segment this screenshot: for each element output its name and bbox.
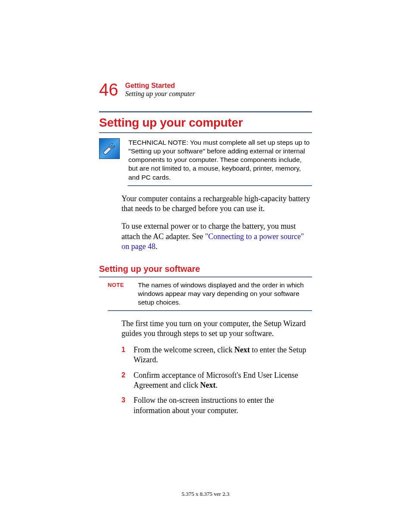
chapter-title: Getting Started: [125, 82, 195, 90]
header-titles: Getting Started Setting up your computer: [125, 82, 195, 98]
list-item: 2 Confirm acceptance of Microsoft's End …: [121, 370, 312, 391]
step-text-part: From the welcome screen, click: [134, 345, 234, 354]
technical-note: TECHNICAL NOTE: You must complete all se…: [99, 138, 312, 182]
step-text: Confirm acceptance of Microsoft's End Us…: [134, 370, 312, 391]
divider: [99, 277, 312, 277]
step-number: 3: [121, 395, 128, 416]
step-number: 2: [121, 370, 128, 391]
note-text: The names of windows displayed and the o…: [138, 281, 312, 307]
note-block: NOTE The names of windows displayed and …: [108, 281, 312, 311]
step-text-bold: Next: [200, 381, 215, 389]
page-footer: 5.375 x 8.375 ver 2.3: [0, 491, 411, 498]
steps-list: 1 From the welcome screen, click Next to…: [121, 345, 312, 416]
page-header: 46 Getting Started Setting up your compu…: [99, 82, 312, 98]
body-paragraph: Your computer contains a rechargeable hi…: [121, 194, 312, 214]
step-text-bold: Next: [234, 345, 250, 354]
body-paragraph: To use external power or to charge the b…: [121, 221, 312, 252]
wrench-icon: [99, 138, 120, 159]
step-text-part: .: [215, 381, 218, 389]
step-text: Follow the on-screen instructions to ent…: [134, 395, 312, 416]
step-text-part: Follow the on-screen instructions to ent…: [134, 396, 274, 414]
body-paragraph: The first time you turn on your computer…: [121, 319, 312, 339]
step-number: 1: [121, 345, 128, 365]
list-item: 1 From the welcome screen, click Next to…: [121, 345, 312, 365]
divider: [99, 111, 312, 112]
note-label: NOTE: [108, 282, 128, 288]
divider: [99, 132, 312, 134]
divider: [108, 310, 312, 311]
list-item: 3 Follow the on-screen instructions to e…: [121, 395, 312, 416]
step-text: From the welcome screen, click Next to e…: [134, 345, 312, 365]
divider: [128, 185, 312, 186]
heading-2: Setting up your software: [99, 264, 312, 274]
page-number: 46: [99, 81, 118, 98]
page: 46 Getting Started Setting up your compu…: [0, 0, 411, 532]
heading-1: Setting up your computer: [99, 116, 312, 130]
technical-note-text: TECHNICAL NOTE: You must complete all se…: [128, 138, 312, 182]
body-text: .: [156, 242, 158, 251]
technical-note-footer: [128, 185, 312, 186]
section-breadcrumb: Setting up your computer: [125, 90, 195, 98]
